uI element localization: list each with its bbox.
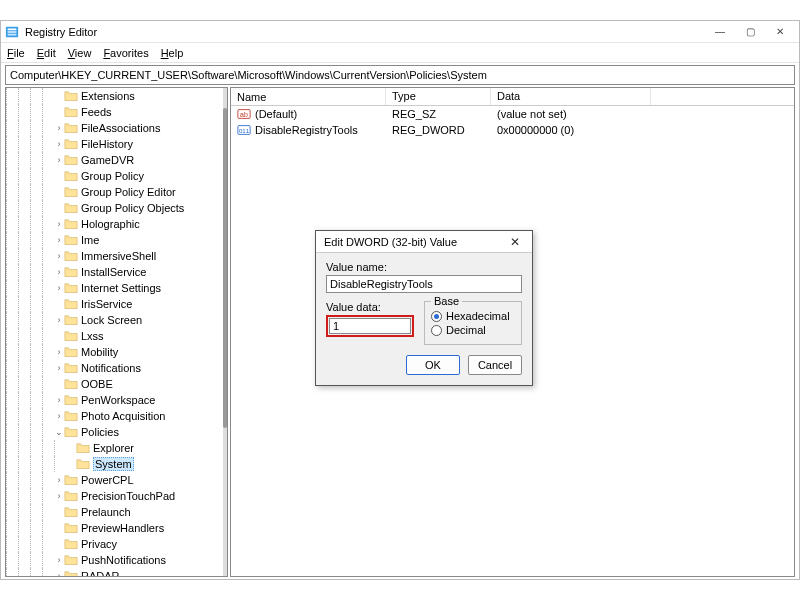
radio-decimal-row[interactable]: Decimal [431, 324, 515, 336]
tree-node[interactable]: ›FileHistory [6, 136, 221, 152]
expander-icon[interactable]: › [54, 283, 64, 293]
expander-icon[interactable]: › [54, 315, 64, 325]
title-bar[interactable]: Registry Editor — ▢ ✕ [1, 21, 799, 43]
list-header: Name Type Data [231, 88, 794, 106]
tree-node[interactable]: ›Internet Settings [6, 280, 221, 296]
tree-node[interactable]: ›Notifications [6, 360, 221, 376]
tree-node[interactable]: ›RADAR [6, 568, 221, 576]
expander-icon[interactable]: › [54, 267, 64, 277]
dialog-close-button[interactable]: ✕ [506, 235, 524, 249]
expander-icon[interactable]: › [54, 251, 64, 261]
radio-decimal[interactable] [431, 325, 442, 336]
tree-node[interactable]: Prelaunch [6, 504, 221, 520]
tree-node-label: Feeds [81, 106, 112, 118]
tree-node[interactable]: ›PowerCPL [6, 472, 221, 488]
tree-node[interactable]: Privacy [6, 536, 221, 552]
tree-node[interactable]: ›InstallService [6, 264, 221, 280]
folder-icon [64, 490, 78, 502]
minimize-button[interactable]: — [705, 22, 735, 42]
tree-panel: ExtensionsFeeds›FileAssociations›FileHis… [5, 87, 228, 577]
maximize-button[interactable]: ▢ [735, 22, 765, 42]
list-row[interactable]: ab(Default)REG_SZ(value not set) [231, 106, 794, 122]
expander-icon[interactable]: › [54, 139, 64, 149]
tree-node-label: Group Policy Objects [81, 202, 184, 214]
tree-node[interactable]: ›PenWorkspace [6, 392, 221, 408]
value-name-input[interactable] [326, 275, 522, 293]
tree-node-label: System [93, 457, 134, 471]
tree-node-label: PenWorkspace [81, 394, 155, 406]
col-header-data[interactable]: Data [491, 88, 651, 105]
svg-rect-3 [8, 33, 17, 35]
expander-icon[interactable]: › [54, 363, 64, 373]
dialog-title-bar[interactable]: Edit DWORD (32-bit) Value ✕ [316, 231, 532, 253]
radio-hexadecimal-row[interactable]: Hexadecimal [431, 310, 515, 322]
tree-node[interactable]: ›GameDVR [6, 152, 221, 168]
expander-icon[interactable]: › [54, 411, 64, 421]
radio-hexadecimal[interactable] [431, 311, 442, 322]
tree-node[interactable]: ›Holographic [6, 216, 221, 232]
folder-icon [64, 90, 78, 102]
tree-node[interactable]: ›PushNotifications [6, 552, 221, 568]
address-bar[interactable]: Computer\HKEY_CURRENT_USER\Software\Micr… [5, 65, 795, 85]
tree-view[interactable]: ExtensionsFeeds›FileAssociations›FileHis… [6, 88, 221, 576]
folder-icon [64, 474, 78, 486]
tree-node[interactable]: System [6, 456, 221, 472]
cancel-button[interactable]: Cancel [468, 355, 522, 375]
tree-node-label: Policies [81, 426, 119, 438]
expander-icon[interactable]: › [54, 155, 64, 165]
expander-icon[interactable]: › [54, 219, 64, 229]
close-button[interactable]: ✕ [765, 22, 795, 42]
tree-scrollbar[interactable] [223, 88, 227, 576]
expander-icon[interactable]: › [54, 123, 64, 133]
expander-icon[interactable]: › [54, 395, 64, 405]
tree-node-label: InstallService [81, 266, 146, 278]
list-row[interactable]: 011DisableRegistryToolsREG_DWORD0x000000… [231, 122, 794, 138]
expander-icon[interactable]: › [54, 491, 64, 501]
menu-bar: File Edit View Favorites Help [1, 43, 799, 63]
radio-decimal-label: Decimal [446, 324, 486, 336]
menu-view[interactable]: View [68, 47, 92, 59]
tree-node-label: Group Policy Editor [81, 186, 176, 198]
expander-icon[interactable]: › [54, 475, 64, 485]
tree-node[interactable]: ›Ime [6, 232, 221, 248]
tree-node[interactable]: IrisService [6, 296, 221, 312]
col-header-name[interactable]: Name [231, 88, 386, 105]
tree-node[interactable]: ›FileAssociations [6, 120, 221, 136]
menu-favorites[interactable]: Favorites [103, 47, 148, 59]
tree-node[interactable]: Group Policy Editor [6, 184, 221, 200]
tree-node[interactable]: ›PrecisionTouchPad [6, 488, 221, 504]
expander-icon[interactable]: ⌄ [54, 427, 64, 437]
tree-node[interactable]: ›Photo Acquisition [6, 408, 221, 424]
tree-node-label: IrisService [81, 298, 132, 310]
folder-icon [64, 250, 78, 262]
list-body[interactable]: ab(Default)REG_SZ(value not set)011Disab… [231, 106, 794, 138]
tree-node-label: PreviewHandlers [81, 522, 164, 534]
tree-node-label: Lxss [81, 330, 104, 342]
window-controls: — ▢ ✕ [705, 22, 795, 42]
col-header-type[interactable]: Type [386, 88, 491, 105]
tree-node[interactable]: OOBE [6, 376, 221, 392]
ok-button[interactable]: OK [406, 355, 460, 375]
folder-icon [64, 266, 78, 278]
tree-scrollbar-thumb[interactable] [223, 108, 227, 428]
expander-icon[interactable]: › [54, 571, 64, 576]
tree-node[interactable]: Group Policy Objects [6, 200, 221, 216]
value-data-input[interactable] [329, 318, 411, 334]
expander-icon[interactable]: › [54, 347, 64, 357]
tree-node[interactable]: Group Policy [6, 168, 221, 184]
tree-node[interactable]: Extensions [6, 88, 221, 104]
expander-icon[interactable]: › [54, 555, 64, 565]
tree-node[interactable]: ›ImmersiveShell [6, 248, 221, 264]
tree-node[interactable]: ⌄Policies [6, 424, 221, 440]
tree-node[interactable]: Feeds [6, 104, 221, 120]
menu-edit[interactable]: Edit [37, 47, 56, 59]
menu-file[interactable]: File [7, 47, 25, 59]
tree-node[interactable]: PreviewHandlers [6, 520, 221, 536]
expander-icon[interactable]: › [54, 235, 64, 245]
tree-node[interactable]: Explorer [6, 440, 221, 456]
tree-node[interactable]: ›Lock Screen [6, 312, 221, 328]
tree-node[interactable]: ›Mobility [6, 344, 221, 360]
menu-help[interactable]: Help [161, 47, 184, 59]
svg-rect-2 [8, 31, 17, 33]
tree-node[interactable]: Lxss [6, 328, 221, 344]
